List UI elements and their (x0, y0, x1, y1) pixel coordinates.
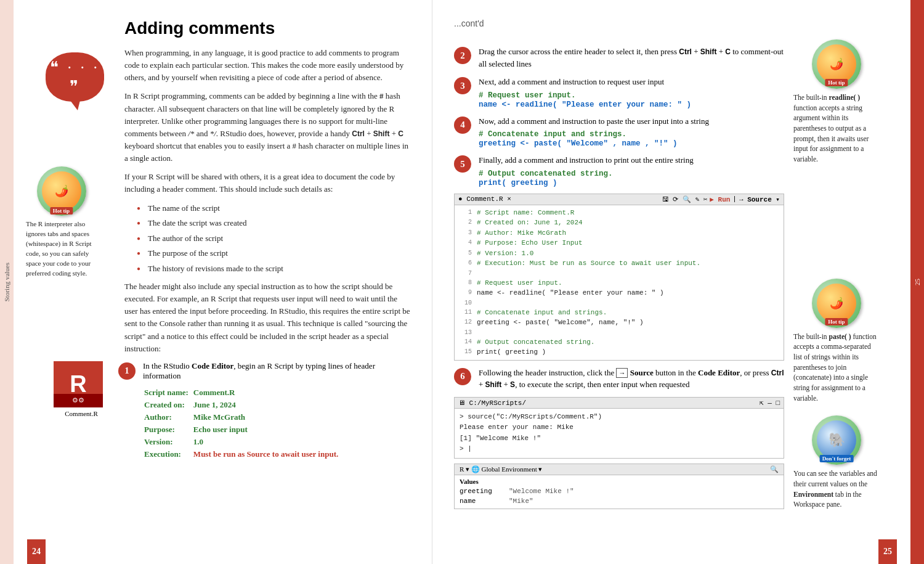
chili-inner-1: 🌶️ (817, 44, 856, 84)
env-key-greeting: greeting (460, 488, 509, 495)
hot-tip-label-left: Hot tip (50, 207, 73, 215)
console-line-3: [1] "Welcome Mike !" (460, 433, 779, 444)
r-icon-box: R ⚙⚙ (54, 361, 103, 407)
step-2-text: Drag the cursor across the entire header… (479, 46, 784, 70)
run-button[interactable]: ▶ Run (710, 195, 730, 203)
console-header: 🖥 C:/MyRScripts/ ⇱ — □ (455, 398, 784, 409)
code-line-14: 14# Output concatenated string. (460, 337, 779, 348)
left-page: 24 ❝ · · · ❞ Adding comments When progra… (14, 0, 432, 564)
version-value: 1.0 (193, 436, 342, 448)
step-6-text: Following the header instruction, click … (479, 367, 784, 391)
env-val-name: "Mike" (509, 497, 533, 505)
script-name-value: Comment.R (193, 387, 342, 398)
console-line-4: > | (460, 444, 779, 455)
code-line-9: 9name <- readline( "Please enter your na… (460, 288, 779, 298)
step-number-3: 3 (454, 77, 471, 94)
step-4-text: Now, add a comment and instruction to pa… (479, 115, 784, 128)
step-1: 1 In the RStudio Code Editor, begin an R… (118, 361, 410, 461)
purpose-value: Echo user input (193, 424, 342, 435)
step-5-code2: print( greeting ) (479, 178, 784, 187)
step-3-code1: # Request user input. (479, 91, 784, 100)
created-value: June 1, 2024 (193, 399, 342, 411)
speech-bubble-icon-area: ❝ · · · ❞ (46, 52, 104, 102)
paragraph-1: When programming, in any language, it is… (124, 47, 410, 84)
step-number-6: 6 (454, 368, 471, 385)
console-body: > source("C:/MyRScripts/Comment.R") Plea… (455, 409, 784, 458)
hot-tip-label-1: Hot tip (825, 79, 848, 86)
step-1-text: In the RStudio Code Editor, begin an R S… (143, 361, 410, 381)
step-6: 6 Following the header instruction, clic… (454, 367, 784, 391)
execution-label: Execution: (144, 449, 192, 460)
code-editor: ● Comment.R × 🖫 ⟳ 🔍 ✎ ✂ ▶ Run | → Source… (454, 194, 784, 361)
console-line-2: Please enter your name: Mike (460, 422, 779, 433)
step-3-text: Next, add a comment and instruction to r… (479, 76, 784, 88)
step-4-code2: greeting <- paste( "Welcome" , name , "!… (479, 139, 784, 148)
editor-body: 1# Script name: Comment.R 2# Created on:… (455, 205, 784, 360)
author-label: Author: (144, 412, 192, 423)
right-page: 25 ...cont'd 2 Drag the cursor across th… (432, 0, 910, 564)
dont-forget-label: Don't forget (820, 455, 854, 462)
step-4-code1: # Concatenate input and strings. (479, 129, 784, 139)
env-header: R ▾ 🌐 Global Environment ▾ 🔍 (455, 464, 784, 475)
console-line-1: > source("C:/MyRScripts/Comment.R") (460, 412, 779, 423)
step-2-content: Drag the cursor across the entire header… (479, 46, 784, 70)
right-content-area: 2 Drag the cursor across the entire head… (454, 39, 880, 514)
env-row-1: greeting "Welcome Mike !" (460, 486, 779, 496)
chili-ball-right-1-container: 🌶️ Hot tip (812, 39, 861, 89)
hot-tip-right-2: 🌶️ Hot tip The built-in paste( ) functio… (793, 279, 880, 404)
code-line-12: 12greeting <- paste( "Welcome", name, "!… (460, 317, 779, 328)
script-name-label: Script name: (144, 387, 192, 398)
console-icons: ⇱ — □ (760, 399, 780, 407)
code-line-11: 11# Concatenate input and strings. (460, 308, 779, 318)
cont-label: ...cont'd (454, 18, 880, 28)
step1-area: R ⚙⚙ Comment.R 1 In the RStudio Code Edi… (54, 361, 410, 461)
paragraph-3: If your R Script will be shared with oth… (124, 171, 410, 195)
code-line-13: 13 (460, 328, 779, 337)
version-label: Version: (144, 436, 192, 448)
tips-column: 🌶️ Hot tip The built-in readline( ) func… (793, 39, 880, 514)
page-number-right: 25 (878, 539, 897, 564)
source-button[interactable]: → Source ▾ (739, 195, 780, 203)
hot-tip-label-2: Hot tip (825, 318, 848, 325)
step-5-code1: # Output concatenated string. (479, 169, 784, 178)
left-lower-content: If your R Script will be shared with oth… (124, 171, 410, 355)
tip-spacer (793, 171, 880, 279)
console-box: 🖥 C:/MyRScripts/ ⇱ — □ > source("C:/MyRS… (454, 397, 784, 459)
code-line-4: 4# Purpose: Echo User Input (460, 238, 779, 248)
hot-tip-text-left: The R interpreter also ignores tabs and … (26, 219, 97, 279)
execution-value: Must be run as Source to await user inpu… (193, 449, 342, 460)
code-line-10: 10 (460, 298, 779, 308)
toolbar-icons: 🖫 ⟳ 🔍 ✎ ✂ (662, 195, 708, 203)
left-main-content: Adding comments When programming, in any… (124, 18, 410, 165)
step-number-2: 2 (454, 47, 471, 64)
step-4: 4 Now, add a comment and instruction to … (454, 115, 784, 149)
editor-toolbar: 🖫 ⟳ 🔍 ✎ ✂ ▶ Run | → Source ▾ (662, 195, 780, 203)
environment-panel: R ▾ 🌐 Global Environment ▾ 🔍 Values gree… (454, 464, 784, 509)
env-title: R ▾ 🌐 Global Environment ▾ (460, 465, 542, 473)
steps-column: 2 Drag the cursor across the entire head… (454, 39, 784, 514)
step-1-content: In the RStudio Code Editor, begin an R S… (143, 361, 410, 461)
console-title: 🖥 C:/MyRScripts/ (458, 399, 526, 407)
right-side-tab: 25 (910, 0, 924, 564)
editor-tab: ● Comment.R × (458, 195, 511, 203)
bullet-item-2: The date the script was created (137, 217, 410, 229)
env-section-label: Values (460, 478, 779, 485)
bullet-list: The name of the script The date the scri… (137, 202, 410, 275)
author-value: Mike McGrath (193, 412, 342, 423)
r-icon-gears: ⚙⚙ (72, 396, 84, 404)
chili-ball-right-2-container: 🌶️ Hot tip (812, 279, 861, 328)
quote-marks: ❝ · · · ❞ (46, 58, 104, 96)
r-icon-bottom: ⚙⚙ (54, 394, 103, 407)
env-search-icon[interactable]: 🔍 (770, 465, 779, 473)
side-tab-label: Storing values (3, 263, 10, 301)
paragraph-2: In R Script programming, comments can be… (124, 90, 410, 165)
source-icon: → (616, 368, 628, 378)
step-5-text: Finally, add a comment and instruction t… (479, 154, 784, 166)
purpose-label: Purpose: (144, 424, 192, 435)
dont-forget-container: 🐘 Don't forget (812, 415, 861, 465)
chili-inner-2: 🌶️ (817, 284, 856, 323)
hot-tip-right-1: 🌶️ Hot tip The built-in readline( ) func… (793, 39, 880, 165)
bullet-item-3: The author of the script (137, 232, 410, 245)
step-number-4: 4 (454, 116, 471, 134)
chili-inner: 🌶️ (42, 171, 81, 211)
